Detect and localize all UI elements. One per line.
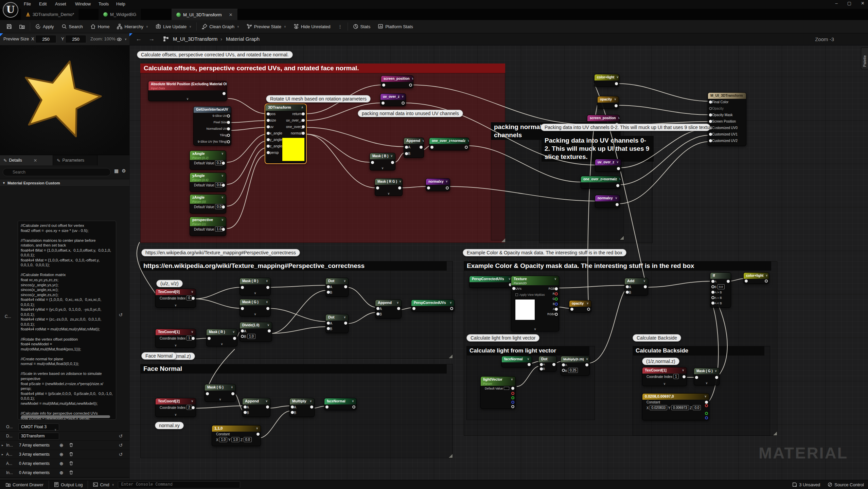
node-param-zangle[interactable]: zAngleParam (0)∨ Default Value 0.0 [190,194,226,214]
input-pin-a-eq-b[interactable] [711,296,714,299]
output-pin[interactable] [511,387,514,390]
input-pin-persp[interactable] [267,151,270,154]
input-pin[interactable] [325,405,329,409]
material-preview-viewport[interactable] [0,46,129,155]
node-facenormal-use[interactable]: faceNormal∨ [501,356,532,367]
preview-y-input[interactable] [65,35,86,43]
pin-screen-position[interactable] [709,120,712,123]
node-mask-g-facenormal[interactable]: Mask ( G )∨ ∨ [205,384,236,402]
output-pin[interactable] [615,82,618,85]
coordinate-index-input[interactable]: 1 [187,336,192,341]
input-pin[interactable] [206,392,209,395]
revert-icon[interactable]: ↺ [119,441,123,450]
toolbar-overflow-button[interactable]: ⋮ [334,20,346,33]
menu-tools[interactable]: Tools [99,1,109,6]
y-input[interactable]: 0.006973 [671,405,689,410]
input-pin-a[interactable] [291,405,294,409]
console-command-input[interactable] [118,481,240,488]
output-pin-a[interactable] [511,405,514,408]
output-pin[interactable] [420,146,423,149]
settings-gear-icon[interactable]: ⚙ [122,168,126,174]
output-pin[interactable] [223,92,226,95]
z-input[interactable]: 0.0 [244,437,252,442]
node-mask-rg[interactable]: Mask ( R G )∨ ∨ [375,178,403,196]
output-pin-rgba[interactable] [555,313,558,316]
output-pin[interactable] [409,84,412,87]
output-pin[interactable] [528,363,531,366]
unsaved-indicator[interactable]: 3 Unsaved [792,480,820,489]
input-pin-a[interactable] [562,363,565,366]
node-param-xangle[interactable]: xAngleParam (0.2)∨ Default Value 0.2 [190,150,226,170]
node-mask-r-1[interactable]: Mask ( R )∨ ∨ [240,278,271,295]
input-pin-b[interactable] [376,312,379,315]
node-absolute-world-position[interactable]: Absolute World Position (Excluding Mater… [148,81,227,101]
node-mask-g-backside[interactable]: Mask ( G )∨ ∨ [694,368,720,385]
input-pin-a[interactable] [626,285,629,288]
coordinate-index-input[interactable]: 0 [187,295,192,301]
input-pin-b[interactable] [327,327,330,330]
output-pin[interactable] [705,401,708,404]
output-pin[interactable] [683,375,686,378]
node-3dtransform[interactable]: 3DTransform∧ pos size uv x_angle y_angle… [265,104,306,163]
input-pin-a[interactable] [711,280,714,283]
output-pin[interactable] [715,376,718,379]
input-pin[interactable] [412,307,415,310]
input-pin[interactable] [241,307,244,310]
pin-customized-uv2[interactable] [709,139,712,142]
node-texcoord-2[interactable]: TexCoord[2]∨ Coordinate Index 2 ∨ [155,398,196,417]
output-pin[interactable] [644,285,647,288]
live-update-button[interactable]: Live Update∨ [152,20,195,33]
node-mask-b[interactable]: Mask ( B )∨ ∨ [370,153,395,170]
eye-icon[interactable] [117,37,122,42]
output-pin[interactable] [616,184,619,187]
back-arrow-icon[interactable]: ← [136,35,142,42]
eye-caret-icon[interactable]: ∨ [125,38,127,41]
node-screen-position-decl[interactable]: screen_position∨ [381,75,413,88]
node-opacity-decl[interactable]: opacity∨ [569,300,591,312]
default-value-swatch[interactable] [504,387,509,390]
output-pin-b[interactable] [705,416,708,419]
output-pin-one-over-z[interactable] [302,125,305,128]
node-if[interactable]: If A B 0.0 A > B A = B A < B [710,272,731,308]
node-one-over-z-normalz-use[interactable]: one_over_z+normalz∨ [581,176,621,189]
output-pin-g[interactable] [555,297,558,301]
breadcrumb-page[interactable]: Material Graph [226,36,260,42]
input-pin-x-angle[interactable] [267,132,270,135]
output-log-button[interactable]: Output Log [50,480,86,489]
output-pin-r[interactable] [705,404,708,407]
output-pin[interactable] [310,405,313,409]
output-pin[interactable] [552,363,555,366]
menu-asset[interactable]: Asset [55,1,66,6]
output-pin-rgb[interactable] [555,287,558,290]
section-material-expression-custom[interactable]: ▼ Material Expression Custom [0,179,129,187]
z-input[interactable]: 0.0 [693,405,701,410]
node-texture-param2d[interactable]: TextureParam2D∨ UVs Apply View MipBias R… [511,276,559,331]
output-type-dropdown[interactable]: CMOT Float 3∨ [18,423,59,431]
y-input[interactable]: 1.0 [231,437,240,442]
pin-opacity-mask[interactable] [709,113,712,116]
input-pin-z-angle[interactable] [267,145,270,148]
output-pin[interactable] [192,337,195,340]
node-lightvector-param[interactable]: lightVectorParam∨ Default Value [480,376,516,409]
breadcrumb-asset[interactable]: M_UI_3DTransform [173,36,217,42]
pin-customized-uv1[interactable] [709,133,712,136]
node-normalxy-use[interactable]: normalxy∨ [595,195,620,208]
x-input[interactable]: 0.020833 [650,405,667,410]
output-pin[interactable] [402,102,405,105]
details-tab-close-icon[interactable]: ✕ [34,158,37,163]
input-pin-b[interactable] [241,335,244,338]
node-uv-over-z-use[interactable]: uv_over_z∨ [595,159,621,172]
node-divide[interactable]: Divide(1.0)∨ A B 1.0 [240,322,272,342]
home-button[interactable]: Home [87,20,113,33]
pin-opacity[interactable] [709,107,712,110]
output-pin[interactable] [266,307,269,310]
output-pin[interactable] [727,280,730,283]
input-pin-b[interactable] [327,291,330,294]
output-pin-return[interactable] [302,112,305,115]
output-pin-r[interactable] [511,392,514,395]
output-pin[interactable] [391,161,394,164]
node-constant-110[interactable]: 1,1,0∨ Constant X 1.0 Y 1.0 Z 0.0 [212,425,261,446]
output-pin[interactable] [268,329,271,332]
node-dot-3[interactable]: Dot A B [538,356,557,372]
add-element-icon[interactable]: ⊕ [59,441,64,450]
